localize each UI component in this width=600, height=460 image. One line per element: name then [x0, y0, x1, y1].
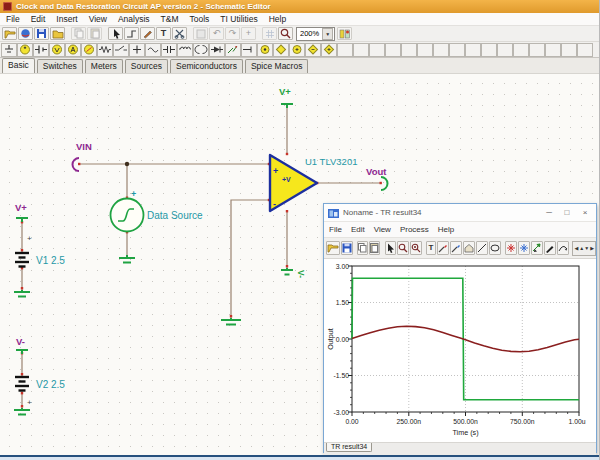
data-source-label[interactable]: Data Source [147, 210, 203, 221]
rw-annotate-tool[interactable] [463, 241, 475, 255]
wire-minus-input-to-ground[interactable] [231, 200, 270, 318]
component-transformer[interactable] [193, 43, 209, 57]
menu-help[interactable]: Help [269, 14, 286, 24]
schematic-canvas[interactable]: VIN + Data Source V+ + V1 2.5 [0, 74, 600, 455]
rw-paste-button[interactable] [369, 241, 380, 255]
tab-tr-result34[interactable]: TR result34 [326, 443, 372, 452]
v1-battery-symbol[interactable] [15, 253, 29, 267]
rw-zoom-in-tool[interactable] [410, 241, 422, 255]
component-voltmeter[interactable] [49, 43, 65, 57]
folder-button[interactable] [50, 27, 65, 40]
tab-meters[interactable]: Meters [85, 59, 123, 73]
zoom-level-select[interactable]: 200% ▼ [296, 27, 335, 41]
component-diode[interactable] [209, 43, 225, 57]
paste-button[interactable] [87, 27, 102, 40]
net-label-vplus-left[interactable]: V+ [15, 202, 27, 213]
component-source-diamond-1[interactable] [273, 43, 289, 57]
rw-cursor-b-tool[interactable] [518, 241, 530, 255]
ground-v2[interactable] [14, 408, 30, 415]
tab-spice-macros[interactable]: Spice Macros [245, 59, 309, 73]
save-button[interactable] [34, 27, 49, 40]
menu-edit[interactable]: Edit [31, 14, 46, 24]
tab-basic[interactable]: Basic [2, 58, 35, 73]
net-label-vin[interactable]: VIN [76, 141, 92, 152]
result-window-title-bar[interactable]: Noname - TR result34 ─ □ × [324, 204, 596, 222]
result-window[interactable]: Noname - TR result34 ─ □ × File Edit Vie… [323, 203, 597, 453]
component-source-diamond-2[interactable] [305, 43, 321, 57]
minimize-button[interactable]: ─ [542, 209, 556, 217]
opamp-vplus-jumper[interactable] [281, 104, 293, 108]
vplus-jumper[interactable] [16, 218, 28, 222]
component-ammeter[interactable] [65, 43, 81, 57]
interactive-mode-button[interactable] [337, 27, 352, 40]
component-capacitor[interactable] [161, 43, 177, 57]
menu-ti-utilities[interactable]: TI Utilities [220, 14, 257, 24]
data-source-component[interactable]: + Data Source [111, 189, 204, 232]
select-tool[interactable] [108, 27, 123, 40]
box-tool[interactable] [193, 27, 208, 40]
component-source-diamond-3[interactable] [321, 43, 337, 57]
ground-opamp-supply[interactable] [281, 268, 293, 275]
draw-tool[interactable] [140, 27, 155, 40]
rw-trace-arrows-tool[interactable] [531, 241, 543, 255]
component-ground[interactable] [1, 43, 17, 57]
undo-button[interactable]: ↶ [209, 27, 224, 40]
maximize-button[interactable]: □ [560, 209, 574, 217]
v2-label[interactable]: V2 2.5 [36, 379, 65, 390]
add-button[interactable]: + [241, 27, 256, 40]
redo-button[interactable]: ↷ [225, 27, 240, 40]
rw-text-tool[interactable]: T [426, 241, 436, 255]
menu-view[interactable]: View [89, 14, 107, 24]
opamp-vminus-rail-label[interactable]: V- [296, 270, 306, 278]
component-controlled-source[interactable] [145, 43, 161, 57]
rw-menu-file[interactable]: File [329, 225, 342, 234]
rw-menu-view[interactable]: View [374, 225, 391, 234]
rw-menu-edit[interactable]: Edit [351, 225, 365, 234]
rw-probe-b-tool[interactable] [450, 241, 462, 255]
wire-tool[interactable] [124, 27, 139, 40]
menu-analysis[interactable]: Analysis [118, 14, 150, 24]
zoom-tool[interactable] [278, 27, 293, 40]
component-transistor[interactable] [225, 43, 241, 57]
rw-copy-button[interactable] [357, 241, 368, 255]
rw-menu-help[interactable]: Help [438, 225, 454, 234]
net-label-vout[interactable]: Vout [366, 166, 387, 177]
close-button[interactable]: × [578, 209, 592, 217]
title-bar[interactable]: Clock and Data Restoration Circuit AP ve… [0, 0, 599, 13]
menu-file[interactable]: File [6, 14, 20, 24]
component-source-circle-1[interactable] [257, 43, 273, 57]
opamp-vplus-rail-label[interactable]: V+ [279, 86, 291, 97]
rw-line-tool[interactable] [476, 241, 488, 255]
rw-cursor-a-tool[interactable] [505, 241, 517, 255]
v1-label[interactable]: V1 2.5 [36, 255, 65, 266]
ground-data-source[interactable] [119, 255, 135, 263]
menu-insert[interactable]: Insert [56, 14, 77, 24]
rw-interpolate-tool[interactable] [557, 241, 569, 255]
cut-tool[interactable] [172, 27, 187, 40]
tab-semiconductors[interactable]: Semiconductors [170, 59, 243, 73]
rw-ellipse-tool[interactable] [489, 241, 501, 255]
component-inductor[interactable] [177, 43, 193, 57]
v2-battery-symbol[interactable] [15, 377, 29, 391]
tab-switches[interactable]: Switches [37, 59, 83, 73]
stepper-left-icon[interactable]: ◀ [574, 245, 578, 251]
menu-tm[interactable]: T&M [161, 14, 179, 24]
net-label-vminus-left[interactable]: V- [16, 336, 25, 347]
vminus-jumper[interactable] [16, 350, 28, 354]
component-resistor[interactable] [97, 43, 113, 57]
copy-button[interactable] [71, 27, 86, 40]
ground-v1[interactable] [14, 290, 30, 297]
component-source-circle-2[interactable] [289, 43, 305, 57]
open-button[interactable] [2, 27, 17, 40]
rw-zoom-tool[interactable] [397, 241, 409, 255]
rw-select-tool[interactable] [385, 241, 396, 255]
ground-minus-input[interactable] [221, 318, 241, 325]
rw-open-button[interactable] [326, 241, 340, 255]
component-battery[interactable] [33, 43, 49, 57]
stepper-updown-icon[interactable]: ▲▼ [579, 245, 589, 251]
text-tool[interactable]: T [156, 27, 171, 40]
rw-menu-process[interactable]: Process [400, 225, 429, 234]
tab-sources[interactable]: Sources [125, 59, 168, 73]
component-switch[interactable] [113, 43, 129, 57]
open-web-button[interactable] [18, 27, 33, 40]
